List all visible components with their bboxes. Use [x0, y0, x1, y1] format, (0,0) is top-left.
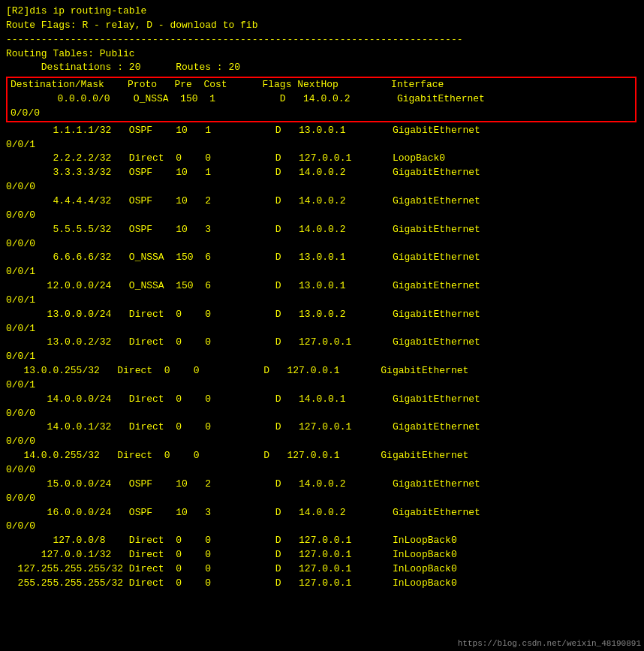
- watermark: https://blog.csdn.net/weixin_48190891: [458, 639, 641, 648]
- route-6-6-6-6-a: 6.6.6.6/32 O_NSSA 150 6 D 13.0.0.1 Gigab…: [6, 251, 638, 265]
- route-0-0-0-0-iface: 0/0/0: [8, 107, 635, 121]
- route-14-0-0-255-a: 14.0.0.255/32 Direct 0 0 D 127.0.0.1 Gig…: [6, 449, 638, 463]
- col-header-line: Destination/Mask Proto Pre Cost Flags Ne…: [8, 78, 635, 92]
- route-14-0-0-255-b: 0/0/0: [6, 463, 638, 478]
- route-1-1-1-1-b: 0/0/1: [6, 138, 638, 152]
- dest-routes-line: Destinations : 20 Routes : 20: [6, 61, 638, 75]
- route-127-0-0-8: 127.0.0/8 Direct 0 0 D 127.0.0.1 InLoopB…: [6, 534, 638, 548]
- route-4-4-4-4-a: 4.4.4.4/32 OSPF 10 2 D 14.0.0.2 GigabitE…: [6, 194, 638, 209]
- route-13-0-0-255-a: 13.0.0.255/32 Direct 0 0 D 127.0.0.1 Gig…: [6, 364, 638, 378]
- route-6-6-6-6-b: 0/0/1: [6, 265, 638, 279]
- route-2-2-2-2: 2.2.2.2/32 Direct 0 0 D 127.0.0.1 LoopBa…: [6, 152, 638, 166]
- route-5-5-5-5-a: 5.5.5.5/32 OSPF 10 3 D 14.0.0.2 GigabitE…: [6, 223, 638, 237]
- route-15-0-0-0-a: 15.0.0.0/24 OSPF 10 2 D 14.0.0.2 Gigabit…: [6, 478, 638, 492]
- route-3-3-3-3-b: 0/0/0: [6, 180, 638, 194]
- flags-line: Route Flags: R - relay, D - download to …: [6, 19, 638, 33]
- route-13-0-0-2-a: 13.0.0.2/32 Direct 0 0 D 127.0.0.1 Gigab…: [6, 336, 638, 350]
- route-127-0-0-1: 127.0.0.1/32 Direct 0 0 D 127.0.0.1 InLo…: [6, 548, 638, 562]
- route-255-255-255-255: 255.255.255.255/32 Direct 0 0 D 127.0.0.…: [6, 577, 638, 591]
- route-12-0-0-0-a: 12.0.0.0/24 O_NSSA 150 6 D 13.0.0.1 Giga…: [6, 279, 638, 294]
- route-16-0-0-0-a: 16.0.0.0/24 OSPF 10 3 D 14.0.0.2 Gigabit…: [6, 506, 638, 520]
- routing-tables-line: Routing Tables: Public: [6, 47, 638, 62]
- route-14-0-0-1-b: 0/0/0: [6, 435, 638, 449]
- command-line: [R2]dis ip routing-table: [6, 5, 638, 19]
- route-16-0-0-0-b: 0/0/0: [6, 520, 638, 534]
- route-3-3-3-3-a: 3.3.3.3/32 OSPF 10 1 D 14.0.0.2 GigabitE…: [6, 166, 638, 180]
- terminal-window: [R2]dis ip routing-table Route Flags: R …: [6, 5, 638, 591]
- separator-line: ----------------------------------------…: [6, 33, 638, 47]
- route-14-0-0-1-a: 14.0.0.1/32 Direct 0 0 D 127.0.0.1 Gigab…: [6, 420, 638, 435]
- route-12-0-0-0-b: 0/0/1: [6, 294, 638, 308]
- header-box: Destination/Mask Proto Pre Cost Flags Ne…: [6, 77, 636, 122]
- route-1-1-1-1-a: 1.1.1.1/32 OSPF 10 1 D 13.0.0.1 GigabitE…: [6, 124, 638, 138]
- route-13-0-0-255-b: 0/0/1: [6, 378, 638, 393]
- route-13-0-0-2-b: 0/0/1: [6, 350, 638, 364]
- route-15-0-0-0-b: 0/0/0: [6, 492, 638, 506]
- route-5-5-5-5-b: 0/0/0: [6, 237, 638, 252]
- route-14-0-0-0-b: 0/0/0: [6, 407, 638, 421]
- route-13-0-0-0-a: 13.0.0.0/24 Direct 0 0 D 13.0.0.2 Gigabi…: [6, 308, 638, 322]
- route-4-4-4-4-b: 0/0/0: [6, 209, 638, 223]
- route-13-0-0-0-b: 0/0/1: [6, 322, 638, 336]
- route-0-0-0-0-line: 0.0.0.0/0 O_NSSA 150 1 D 14.0.0.2 Gigabi…: [8, 92, 635, 107]
- route-14-0-0-0-a: 14.0.0.0/24 Direct 0 0 D 14.0.0.1 Gigabi…: [6, 393, 638, 407]
- route-127-255-255-255: 127.255.255.255/32 Direct 0 0 D 127.0.0.…: [6, 562, 638, 577]
